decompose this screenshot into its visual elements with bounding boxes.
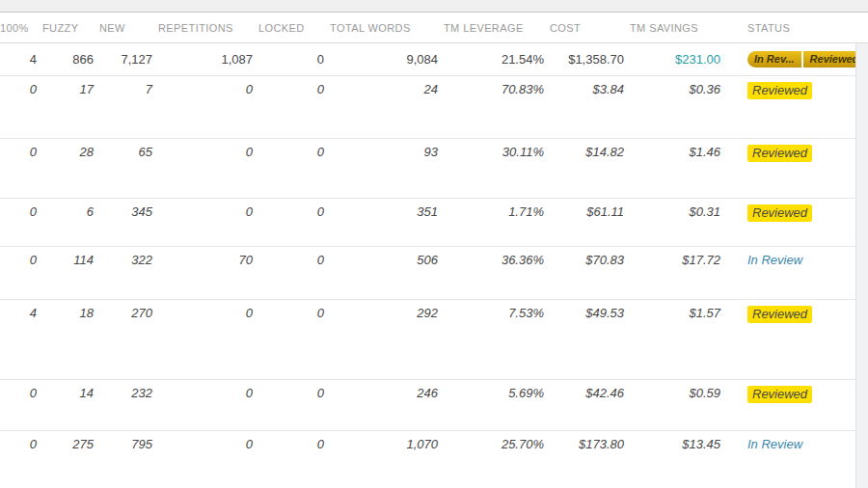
cell-repetitions: 0 (158, 76, 258, 138)
cell-fuzzy: 114 (42, 247, 99, 299)
cell-fuzzy: 6 (42, 199, 99, 246)
cell-fuzzy: 14 (42, 380, 99, 430)
cell-fuzzy: 866 (42, 52, 99, 67)
column-header-repetitions: REPETITIONS (158, 22, 258, 34)
cell-total-words: 93 (330, 139, 444, 198)
status-link-in-review[interactable]: In Review (747, 437, 802, 451)
cell-tm-savings: $13.45 (630, 431, 726, 488)
cell-new: 345 (99, 199, 158, 246)
status-chip-reviewed: Reviewed (803, 51, 856, 68)
cell-cost: $61.11 (550, 199, 630, 246)
column-header-total-words: TOTAL WORDS (330, 22, 444, 34)
cell-status: Reviewed (726, 199, 856, 246)
status-badge-reviewed: Reviewed (747, 204, 812, 222)
cell-status: Reviewed (726, 139, 856, 198)
summary-row: 4 866 7,127 1,087 0 9,084 21.54% $1,358.… (0, 43, 868, 76)
cell-match100: 0 (0, 199, 42, 246)
cell-repetitions: 70 (158, 247, 258, 299)
cell-status: In Review (726, 431, 856, 488)
cell-match100: 0 (0, 380, 42, 430)
cell-total-words: 292 (330, 300, 444, 379)
table-row: 011432270050636.36%$70.83$17.72In Review (0, 247, 868, 300)
cell-total-words: 9,084 (330, 52, 444, 67)
cell-cost: $1,358.70 (550, 52, 630, 67)
table-header: 100% FUZZY NEW REPETITIONS LOCKED TOTAL … (0, 13, 868, 43)
cell-repetitions: 0 (158, 431, 258, 488)
status-link-in-review[interactable]: In Review (747, 253, 802, 267)
cell-new: 7 (99, 76, 158, 138)
table-row: 0275795001,07025.70%$173.80$13.45In Revi… (0, 431, 868, 488)
cell-repetitions: 0 (158, 380, 258, 430)
cell-new: 7,127 (99, 52, 158, 67)
cell-repetitions: 0 (158, 139, 258, 198)
column-header-fuzzy: FUZZY (42, 22, 99, 34)
cell-fuzzy: 28 (42, 139, 99, 198)
cell-match100: 0 (0, 76, 42, 138)
cell-fuzzy: 17 (42, 76, 99, 138)
table-row: 014232002465.69%$42.46$0.59Reviewed (0, 380, 868, 431)
column-header-tm-leverage: TM LEVERAGE (444, 22, 550, 34)
cell-total-words: 506 (330, 247, 444, 299)
status-badge-reviewed: Reviewed (747, 386, 812, 403)
cell-cost: $49.53 (550, 300, 630, 379)
cell-status: Reviewed (726, 76, 856, 138)
cell-match100: 0 (0, 139, 42, 198)
vertical-scrollbar[interactable] (855, 43, 868, 488)
cell-tm-savings: $0.36 (630, 76, 726, 138)
cell-match100: 0 (0, 247, 42, 299)
column-header-status: STATUS (726, 22, 856, 34)
cell-cost: $42.46 (550, 380, 630, 430)
table-row: 02865009330.11%$14.82$1.46Reviewed (0, 139, 868, 199)
cell-locked: 0 (258, 52, 330, 67)
table-row: 0177002470.83%$3.84$0.36Reviewed (0, 76, 868, 139)
cell-tm-savings: $1.57 (630, 300, 726, 379)
cell-fuzzy: 275 (42, 431, 99, 488)
cell-cost: $3.84 (550, 76, 630, 138)
cell-status: In Review (726, 247, 856, 299)
status-chip-in-review: In Rev... (747, 51, 801, 68)
table-row: 06345003511.71%$61.11$0.31Reviewed (0, 199, 868, 247)
cell-cost: $14.82 (550, 139, 630, 198)
cell-locked: 0 (258, 76, 330, 138)
cell-new: 270 (99, 300, 158, 379)
cell-tm-savings: $1.46 (630, 139, 726, 198)
cell-new: 322 (99, 247, 158, 299)
cell-tm-savings: $231.00 (630, 52, 726, 67)
column-header-cost: COST (550, 22, 630, 34)
cell-tm-leverage: 5.69% (444, 380, 550, 430)
cell-tm-leverage: 1.71% (444, 199, 550, 246)
cell-match100: 4 (0, 300, 42, 379)
cell-cost: $70.83 (550, 247, 630, 299)
cell-status: Reviewed (726, 380, 856, 430)
cell-new: 795 (99, 431, 158, 488)
table-row: 418270002927.53%$49.53$1.57Reviewed (0, 300, 868, 380)
cell-repetitions: 1,087 (158, 52, 258, 67)
column-header-tm-savings: TM SAVINGS (630, 22, 726, 34)
cell-status: In Rev... Reviewed (726, 51, 856, 68)
top-strip (0, 0, 868, 13)
column-header-100-percent: 100% (0, 22, 42, 34)
cell-match100: 4 (0, 52, 42, 67)
cell-tm-savings: $17.72 (630, 247, 726, 299)
status-badge-reviewed: Reviewed (747, 306, 812, 323)
cell-tm-leverage: 7.53% (444, 300, 550, 379)
table-body: 0177002470.83%$3.84$0.36Reviewed02865009… (0, 76, 868, 488)
cell-locked: 0 (258, 139, 330, 198)
cell-new: 65 (99, 139, 158, 198)
status-badge-reviewed: Reviewed (747, 145, 812, 162)
status-chip-group: In Rev... Reviewed (747, 51, 856, 68)
cell-tm-leverage: 70.83% (444, 76, 550, 138)
cell-match100: 0 (0, 431, 42, 488)
cell-status: Reviewed (726, 300, 856, 379)
cell-locked: 0 (258, 431, 330, 488)
cell-tm-leverage: 30.11% (444, 139, 550, 198)
cell-repetitions: 0 (158, 300, 258, 379)
cost-summary-table: 100% FUZZY NEW REPETITIONS LOCKED TOTAL … (0, 0, 868, 488)
cell-locked: 0 (258, 380, 330, 430)
cell-locked: 0 (258, 199, 330, 246)
column-header-new: NEW (99, 22, 158, 34)
cell-tm-savings: $0.59 (630, 380, 726, 430)
cell-locked: 0 (258, 247, 330, 299)
cell-tm-savings: $0.31 (630, 199, 726, 246)
cell-tm-leverage: 25.70% (444, 431, 550, 488)
